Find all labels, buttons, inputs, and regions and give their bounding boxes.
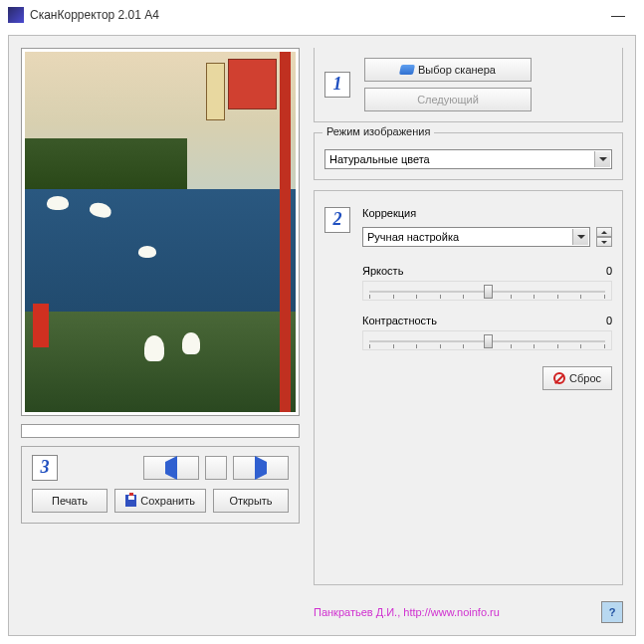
select-scanner-button[interactable]: Выбор сканера: [364, 58, 532, 82]
left-column: 3 Печать Сохранить Открыть: [21, 48, 300, 623]
image-mode-select[interactable]: Натуральные цвета: [324, 149, 612, 169]
footer: Панкратьев Д.И., http://www.noinfo.ru ?: [314, 595, 623, 623]
progress-bar: [21, 424, 300, 438]
save-icon: [125, 495, 136, 507]
page-placeholder[interactable]: [205, 456, 227, 480]
image-mode-group: Режим изображения Натуральные цвета: [314, 132, 623, 180]
prev-page-button[interactable]: [143, 456, 199, 480]
window-controls: —: [604, 5, 636, 25]
step-1-badge: 1: [324, 72, 350, 98]
app-window: СканКорректор 2.01 А4 — 3: [0, 0, 644, 644]
step-2-panel: 2 Коррекция Ручная настройка: [314, 190, 623, 585]
next-page-button[interactable]: [233, 456, 289, 480]
step-3-badge: 3: [32, 455, 58, 481]
brightness-row: Яркость 0: [362, 265, 612, 301]
arrow-right-icon: [255, 462, 267, 474]
save-button[interactable]: Сохранить: [114, 489, 206, 513]
step-1-panel: 1 Выбор сканера Следующий: [314, 48, 623, 122]
brightness-thumb[interactable]: [484, 285, 493, 299]
dropdown-arrow-icon: [594, 151, 610, 167]
step-3-panel: 3 Печать Сохранить Открыть: [21, 446, 300, 524]
credit-link[interactable]: Панкратьев Д.И., http://www.noinfo.ru: [314, 606, 500, 618]
print-button[interactable]: Печать: [32, 489, 107, 513]
open-button[interactable]: Открыть: [213, 489, 289, 513]
minimize-button[interactable]: —: [604, 5, 632, 25]
select-scanner-label: Выбор сканера: [418, 64, 496, 76]
help-button[interactable]: ?: [601, 601, 623, 623]
scanner-icon: [399, 65, 415, 75]
reset-button[interactable]: Сброс: [542, 366, 612, 390]
window-title: СканКорректор 2.01 А4: [30, 8, 604, 22]
reset-icon: [553, 372, 565, 384]
preview-image: [25, 52, 296, 412]
correction-spinner[interactable]: [596, 227, 612, 247]
brightness-label: Яркость: [362, 265, 403, 277]
content-area: 3 Печать Сохранить Открыть: [8, 35, 636, 636]
save-button-label: Сохранить: [140, 495, 195, 507]
spin-down-button[interactable]: [596, 237, 612, 247]
reset-label: Сброс: [569, 372, 601, 384]
correction-title: Коррекция: [362, 207, 612, 219]
arrow-left-icon: [165, 462, 177, 474]
next-button[interactable]: Следующий: [364, 88, 532, 111]
brightness-value: 0: [606, 265, 612, 277]
scan-preview: [21, 48, 300, 416]
correction-mode-value: Ручная настройка: [367, 231, 459, 243]
contrast-row: Контрастность 0: [362, 315, 612, 350]
brightness-slider[interactable]: [362, 281, 612, 301]
contrast-value: 0: [606, 315, 612, 326]
right-column: 1 Выбор сканера Следующий Режим изображе…: [314, 48, 623, 623]
contrast-slider[interactable]: [362, 330, 612, 350]
image-mode-value: Натуральные цвета: [329, 153, 430, 165]
titlebar: СканКорректор 2.01 А4 —: [0, 0, 644, 30]
dropdown-arrow-icon: [572, 229, 588, 245]
correction-mode-select[interactable]: Ручная настройка: [362, 227, 590, 247]
contrast-label: Контрастность: [362, 315, 437, 326]
step-2-badge: 2: [324, 207, 350, 233]
image-mode-label: Режим изображения: [322, 125, 434, 137]
spin-up-button[interactable]: [596, 227, 612, 237]
contrast-thumb[interactable]: [484, 334, 493, 348]
app-icon: [8, 7, 24, 23]
